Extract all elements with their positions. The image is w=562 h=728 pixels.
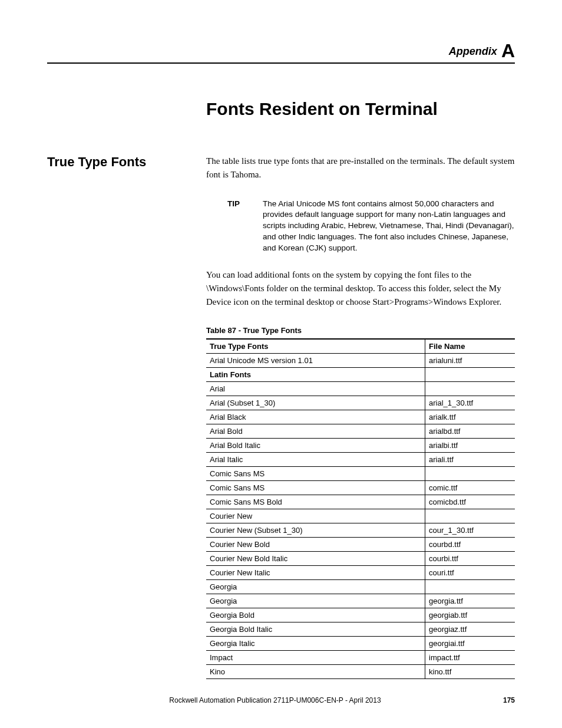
file-name-cell: courbd.ttf bbox=[425, 537, 515, 551]
file-name-cell: comicbd.ttf bbox=[425, 495, 515, 509]
font-name-cell: Latin Fonts bbox=[206, 367, 425, 381]
file-name-cell: arial_1_30.ttf bbox=[425, 396, 515, 410]
file-name-cell: arialk.ttf bbox=[425, 410, 515, 424]
file-name-cell: georgiaz.ttf bbox=[425, 622, 515, 636]
font-name-cell: Georgia bbox=[206, 579, 425, 594]
font-name-cell: Georgia Bold Italic bbox=[206, 622, 425, 636]
table-row: Arial Bold Italicarialbi.ttf bbox=[206, 438, 515, 452]
table-row: Courier New Italiccouri.ttf bbox=[206, 565, 515, 579]
font-name-cell: Arial Unicode MS version 1.01 bbox=[206, 353, 425, 367]
font-name-cell: Courier New Bold Italic bbox=[206, 551, 425, 565]
file-name-cell: arialuni.ttf bbox=[425, 353, 515, 367]
col-header-fonts: True Type Fonts bbox=[206, 339, 425, 354]
table-row: Impactimpact.ttf bbox=[206, 650, 515, 664]
file-name-cell bbox=[425, 367, 515, 381]
table-row: Arial (Subset 1_30)arial_1_30.ttf bbox=[206, 396, 515, 410]
file-name-cell: georgiab.ttf bbox=[425, 608, 515, 622]
file-name-cell: arialbi.ttf bbox=[425, 438, 515, 452]
file-name-cell: impact.ttf bbox=[425, 650, 515, 664]
table-row: Comic Sans MS bbox=[206, 466, 515, 480]
appendix-word: Appendix bbox=[449, 45, 497, 57]
tip-block: TIP The Arial Unicode MS font contains a… bbox=[227, 199, 515, 254]
font-name-cell: Arial Black bbox=[206, 410, 425, 424]
file-name-cell: comic.ttf bbox=[425, 480, 515, 495]
file-name-cell bbox=[425, 509, 515, 523]
file-name-cell: courbi.ttf bbox=[425, 551, 515, 565]
font-name-cell: Comic Sans MS bbox=[206, 466, 425, 480]
font-name-cell: Georgia bbox=[206, 594, 425, 608]
file-name-cell: kino.ttf bbox=[425, 664, 515, 678]
chapter-title: Fonts Resident on Terminal bbox=[206, 99, 515, 119]
file-name-cell bbox=[425, 381, 515, 396]
font-name-cell: Courier New bbox=[206, 509, 425, 523]
intro-paragraph-1: The table lists true type fonts that are… bbox=[206, 154, 515, 182]
font-name-cell: Georgia Italic bbox=[206, 636, 425, 650]
header-rule bbox=[47, 62, 515, 64]
table-row: Georgia bbox=[206, 579, 515, 594]
table-row: Arial Blackarialk.ttf bbox=[206, 410, 515, 424]
appendix-header: Appendix A bbox=[47, 41, 515, 60]
table-row: Georgia Boldgeorgiab.ttf bbox=[206, 608, 515, 622]
fonts-table: True Type Fonts File Name Arial Unicode … bbox=[206, 338, 515, 679]
font-name-cell: Arial Bold bbox=[206, 424, 425, 438]
font-name-cell: Courier New Italic bbox=[206, 565, 425, 579]
appendix-letter: A bbox=[501, 40, 515, 61]
footer-page-number: 175 bbox=[503, 696, 515, 704]
file-name-cell: cour_1_30.ttf bbox=[425, 523, 515, 537]
file-name-cell: couri.ttf bbox=[425, 565, 515, 579]
table-row: Courier New Boldcourbd.ttf bbox=[206, 537, 515, 551]
file-name-cell: ariali.ttf bbox=[425, 452, 515, 466]
table-row: Arial bbox=[206, 381, 515, 396]
intro-paragraph-2: You can load additional fonts on the sys… bbox=[206, 268, 515, 309]
font-name-cell: Arial (Subset 1_30) bbox=[206, 396, 425, 410]
file-name-cell: georgia.ttf bbox=[425, 594, 515, 608]
file-name-cell bbox=[425, 466, 515, 480]
font-name-cell: Courier New (Subset 1_30) bbox=[206, 523, 425, 537]
file-name-cell bbox=[425, 579, 515, 594]
table-row: Georgia Bold Italicgeorgiaz.ttf bbox=[206, 622, 515, 636]
table-row: Arial Boldarialbd.ttf bbox=[206, 424, 515, 438]
font-name-cell: Arial Italic bbox=[206, 452, 425, 466]
table-row: Courier New bbox=[206, 509, 515, 523]
table-row: Latin Fonts bbox=[206, 367, 515, 381]
table-row: Arial Unicode MS version 1.01arialuni.tt… bbox=[206, 353, 515, 367]
col-header-filename: File Name bbox=[425, 339, 515, 354]
table-row: Courier New (Subset 1_30)cour_1_30.ttf bbox=[206, 523, 515, 537]
font-name-cell: Comic Sans MS Bold bbox=[206, 495, 425, 509]
table-row: Georgiageorgia.ttf bbox=[206, 594, 515, 608]
section-heading: True Type Fonts bbox=[47, 154, 206, 170]
table-caption: Table 87 - True Type Fonts bbox=[206, 326, 515, 335]
font-name-cell: Arial Bold Italic bbox=[206, 438, 425, 452]
tip-label: TIP bbox=[227, 199, 263, 254]
page-footer: Rockwell Automation Publication 2711P-UM… bbox=[47, 696, 515, 704]
table-row: Arial Italicariali.ttf bbox=[206, 452, 515, 466]
font-name-cell: Comic Sans MS bbox=[206, 480, 425, 495]
table-row: Comic Sans MS Boldcomicbd.ttf bbox=[206, 495, 515, 509]
font-name-cell: Courier New Bold bbox=[206, 537, 425, 551]
file-name-cell: arialbd.ttf bbox=[425, 424, 515, 438]
table-row: Comic Sans MScomic.ttf bbox=[206, 480, 515, 495]
table-row: Courier New Bold Italiccourbi.ttf bbox=[206, 551, 515, 565]
tip-text: The Arial Unicode MS font contains almos… bbox=[263, 199, 515, 254]
font-name-cell: Arial bbox=[206, 381, 425, 396]
font-name-cell: Kino bbox=[206, 664, 425, 678]
table-row: Georgia Italicgeorgiai.ttf bbox=[206, 636, 515, 650]
font-name-cell: Georgia Bold bbox=[206, 608, 425, 622]
table-row: Kinokino.ttf bbox=[206, 664, 515, 678]
font-name-cell: Impact bbox=[206, 650, 425, 664]
footer-publication: Rockwell Automation Publication 2711P-UM… bbox=[47, 696, 503, 704]
file-name-cell: georgiai.ttf bbox=[425, 636, 515, 650]
